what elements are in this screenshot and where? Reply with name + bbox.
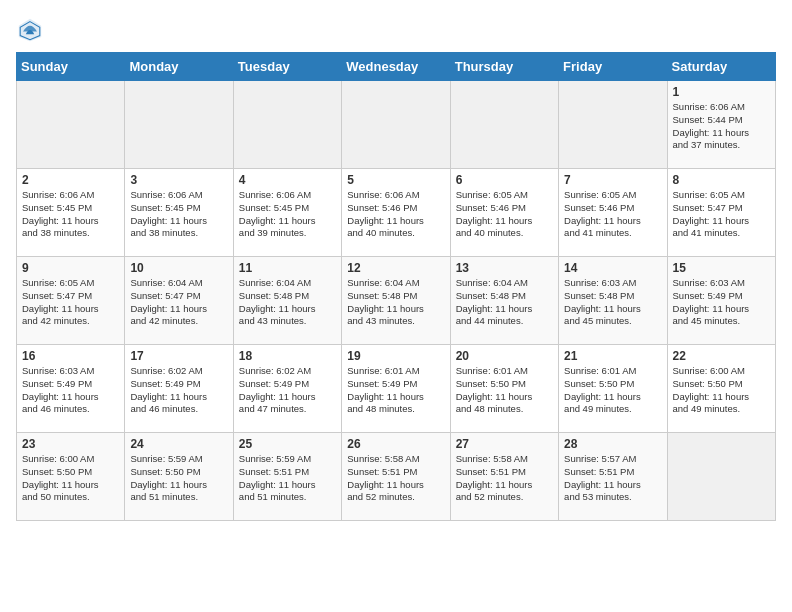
calendar-cell: 2Sunrise: 6:06 AM Sunset: 5:45 PM Daylig…	[17, 169, 125, 257]
calendar-cell	[667, 433, 775, 521]
day-info: Sunrise: 5:59 AM Sunset: 5:51 PM Dayligh…	[239, 453, 336, 504]
calendar-header-row: SundayMondayTuesdayWednesdayThursdayFrid…	[17, 53, 776, 81]
calendar-header-monday: Monday	[125, 53, 233, 81]
day-number: 26	[347, 437, 444, 451]
calendar-cell: 6Sunrise: 6:05 AM Sunset: 5:46 PM Daylig…	[450, 169, 558, 257]
day-info: Sunrise: 6:00 AM Sunset: 5:50 PM Dayligh…	[673, 365, 770, 416]
day-number: 2	[22, 173, 119, 187]
day-info: Sunrise: 6:06 AM Sunset: 5:45 PM Dayligh…	[130, 189, 227, 240]
day-number: 21	[564, 349, 661, 363]
day-info: Sunrise: 6:04 AM Sunset: 5:48 PM Dayligh…	[347, 277, 444, 328]
calendar-cell: 19Sunrise: 6:01 AM Sunset: 5:49 PM Dayli…	[342, 345, 450, 433]
day-info: Sunrise: 6:01 AM Sunset: 5:50 PM Dayligh…	[456, 365, 553, 416]
day-number: 25	[239, 437, 336, 451]
day-info: Sunrise: 5:59 AM Sunset: 5:50 PM Dayligh…	[130, 453, 227, 504]
calendar-cell: 20Sunrise: 6:01 AM Sunset: 5:50 PM Dayli…	[450, 345, 558, 433]
day-info: Sunrise: 6:05 AM Sunset: 5:47 PM Dayligh…	[22, 277, 119, 328]
calendar-table: SundayMondayTuesdayWednesdayThursdayFrid…	[16, 52, 776, 521]
calendar-cell: 26Sunrise: 5:58 AM Sunset: 5:51 PM Dayli…	[342, 433, 450, 521]
day-info: Sunrise: 6:06 AM Sunset: 5:45 PM Dayligh…	[22, 189, 119, 240]
day-number: 8	[673, 173, 770, 187]
calendar-cell: 23Sunrise: 6:00 AM Sunset: 5:50 PM Dayli…	[17, 433, 125, 521]
calendar-week-row: 2Sunrise: 6:06 AM Sunset: 5:45 PM Daylig…	[17, 169, 776, 257]
day-number: 6	[456, 173, 553, 187]
calendar-cell: 11Sunrise: 6:04 AM Sunset: 5:48 PM Dayli…	[233, 257, 341, 345]
day-info: Sunrise: 6:04 AM Sunset: 5:48 PM Dayligh…	[456, 277, 553, 328]
calendar-cell	[17, 81, 125, 169]
calendar-cell: 24Sunrise: 5:59 AM Sunset: 5:50 PM Dayli…	[125, 433, 233, 521]
calendar-cell: 9Sunrise: 6:05 AM Sunset: 5:47 PM Daylig…	[17, 257, 125, 345]
day-number: 15	[673, 261, 770, 275]
calendar-cell	[233, 81, 341, 169]
calendar-cell: 15Sunrise: 6:03 AM Sunset: 5:49 PM Dayli…	[667, 257, 775, 345]
calendar-cell: 28Sunrise: 5:57 AM Sunset: 5:51 PM Dayli…	[559, 433, 667, 521]
day-info: Sunrise: 6:03 AM Sunset: 5:48 PM Dayligh…	[564, 277, 661, 328]
calendar-cell: 13Sunrise: 6:04 AM Sunset: 5:48 PM Dayli…	[450, 257, 558, 345]
calendar-cell: 7Sunrise: 6:05 AM Sunset: 5:46 PM Daylig…	[559, 169, 667, 257]
day-info: Sunrise: 6:02 AM Sunset: 5:49 PM Dayligh…	[239, 365, 336, 416]
calendar-week-row: 23Sunrise: 6:00 AM Sunset: 5:50 PM Dayli…	[17, 433, 776, 521]
day-info: Sunrise: 5:58 AM Sunset: 5:51 PM Dayligh…	[456, 453, 553, 504]
day-info: Sunrise: 6:02 AM Sunset: 5:49 PM Dayligh…	[130, 365, 227, 416]
day-number: 23	[22, 437, 119, 451]
day-number: 10	[130, 261, 227, 275]
calendar-cell: 18Sunrise: 6:02 AM Sunset: 5:49 PM Dayli…	[233, 345, 341, 433]
calendar-cell: 5Sunrise: 6:06 AM Sunset: 5:46 PM Daylig…	[342, 169, 450, 257]
day-info: Sunrise: 5:58 AM Sunset: 5:51 PM Dayligh…	[347, 453, 444, 504]
day-info: Sunrise: 6:01 AM Sunset: 5:50 PM Dayligh…	[564, 365, 661, 416]
day-info: Sunrise: 6:04 AM Sunset: 5:47 PM Dayligh…	[130, 277, 227, 328]
calendar-cell: 4Sunrise: 6:06 AM Sunset: 5:45 PM Daylig…	[233, 169, 341, 257]
day-number: 20	[456, 349, 553, 363]
day-info: Sunrise: 6:05 AM Sunset: 5:46 PM Dayligh…	[564, 189, 661, 240]
day-number: 9	[22, 261, 119, 275]
calendar-cell: 8Sunrise: 6:05 AM Sunset: 5:47 PM Daylig…	[667, 169, 775, 257]
calendar-cell	[450, 81, 558, 169]
calendar-cell	[125, 81, 233, 169]
calendar-cell	[342, 81, 450, 169]
day-info: Sunrise: 6:03 AM Sunset: 5:49 PM Dayligh…	[22, 365, 119, 416]
day-number: 24	[130, 437, 227, 451]
calendar-cell: 17Sunrise: 6:02 AM Sunset: 5:49 PM Dayli…	[125, 345, 233, 433]
day-info: Sunrise: 6:05 AM Sunset: 5:46 PM Dayligh…	[456, 189, 553, 240]
day-info: Sunrise: 6:05 AM Sunset: 5:47 PM Dayligh…	[673, 189, 770, 240]
day-number: 11	[239, 261, 336, 275]
day-info: Sunrise: 6:00 AM Sunset: 5:50 PM Dayligh…	[22, 453, 119, 504]
day-info: Sunrise: 6:04 AM Sunset: 5:48 PM Dayligh…	[239, 277, 336, 328]
calendar-cell	[559, 81, 667, 169]
day-number: 7	[564, 173, 661, 187]
calendar-header-tuesday: Tuesday	[233, 53, 341, 81]
calendar-cell: 1Sunrise: 6:06 AM Sunset: 5:44 PM Daylig…	[667, 81, 775, 169]
day-info: Sunrise: 6:06 AM Sunset: 5:46 PM Dayligh…	[347, 189, 444, 240]
day-info: Sunrise: 6:03 AM Sunset: 5:49 PM Dayligh…	[673, 277, 770, 328]
day-number: 17	[130, 349, 227, 363]
calendar-cell: 16Sunrise: 6:03 AM Sunset: 5:49 PM Dayli…	[17, 345, 125, 433]
day-info: Sunrise: 6:01 AM Sunset: 5:49 PM Dayligh…	[347, 365, 444, 416]
day-number: 3	[130, 173, 227, 187]
calendar-cell: 12Sunrise: 6:04 AM Sunset: 5:48 PM Dayli…	[342, 257, 450, 345]
calendar-week-row: 16Sunrise: 6:03 AM Sunset: 5:49 PM Dayli…	[17, 345, 776, 433]
calendar-cell: 21Sunrise: 6:01 AM Sunset: 5:50 PM Dayli…	[559, 345, 667, 433]
day-number: 4	[239, 173, 336, 187]
day-number: 1	[673, 85, 770, 99]
day-number: 19	[347, 349, 444, 363]
day-number: 18	[239, 349, 336, 363]
calendar-header-thursday: Thursday	[450, 53, 558, 81]
day-number: 12	[347, 261, 444, 275]
page-header	[16, 16, 776, 44]
calendar-header-friday: Friday	[559, 53, 667, 81]
day-number: 14	[564, 261, 661, 275]
calendar-cell: 10Sunrise: 6:04 AM Sunset: 5:47 PM Dayli…	[125, 257, 233, 345]
day-info: Sunrise: 6:06 AM Sunset: 5:44 PM Dayligh…	[673, 101, 770, 152]
calendar-header-wednesday: Wednesday	[342, 53, 450, 81]
calendar-cell: 25Sunrise: 5:59 AM Sunset: 5:51 PM Dayli…	[233, 433, 341, 521]
day-number: 13	[456, 261, 553, 275]
calendar-cell: 14Sunrise: 6:03 AM Sunset: 5:48 PM Dayli…	[559, 257, 667, 345]
day-number: 22	[673, 349, 770, 363]
calendar-cell: 3Sunrise: 6:06 AM Sunset: 5:45 PM Daylig…	[125, 169, 233, 257]
day-info: Sunrise: 6:06 AM Sunset: 5:45 PM Dayligh…	[239, 189, 336, 240]
calendar-header-saturday: Saturday	[667, 53, 775, 81]
logo	[16, 16, 48, 44]
logo-icon	[16, 16, 44, 44]
calendar-week-row: 1Sunrise: 6:06 AM Sunset: 5:44 PM Daylig…	[17, 81, 776, 169]
calendar-cell: 22Sunrise: 6:00 AM Sunset: 5:50 PM Dayli…	[667, 345, 775, 433]
